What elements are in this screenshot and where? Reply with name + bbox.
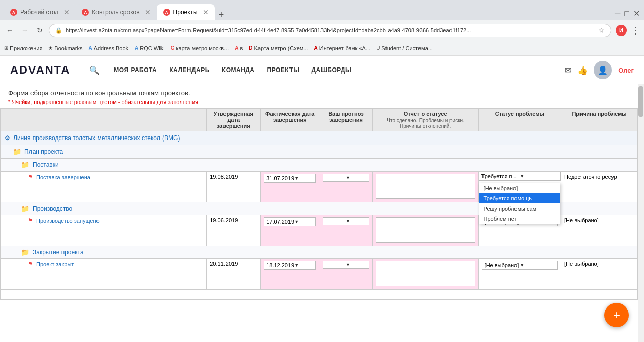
nav-my-work[interactable]: МОЯ РАБОТА <box>114 64 157 76</box>
production-forecast-date-input[interactable]: ▼ <box>323 217 369 225</box>
dropdown-option-no-problem[interactable]: Проблем нет <box>479 214 560 224</box>
bookmark-metro2-label: Карта метро (Схем... <box>254 45 308 51</box>
search-button[interactable]: 🔍 <box>85 63 104 77</box>
deliveries-group-cell: 📁 Поставки <box>1 159 638 172</box>
closing-group-title[interactable]: 📁 Закрытие проекта <box>5 248 633 256</box>
delivery-approved-date: 19.08.2019 <box>210 174 238 180</box>
deliveries-group-title[interactable]: 📁 Поставки <box>5 161 633 169</box>
tab-label-3: Проекты <box>173 9 198 16</box>
forward-button[interactable]: → <box>19 25 30 36</box>
bookmark-rqc[interactable]: A RQC Wiki <box>135 45 165 51</box>
production-item-title[interactable]: ⚑ Производство запущено <box>4 217 203 224</box>
fab-button[interactable]: + <box>604 303 629 327</box>
closing-report-cell <box>372 259 478 290</box>
like-icon[interactable]: 👍 <box>577 65 588 75</box>
new-tab-button[interactable]: + <box>215 10 229 20</box>
delivery-status-select[interactable]: Требуется помощь ▼ <box>479 172 561 181</box>
nav-calendar[interactable]: КАЛЕНДАРЬ <box>169 64 210 76</box>
tab-projects[interactable]: A Проекты ✕ <box>157 4 215 20</box>
address-book-icon: A <box>88 45 92 51</box>
project-title[interactable]: ⚙ Линия производства толстых металлическ… <box>5 134 633 142</box>
bookmark-student-label: Student / Система... <box>381 45 433 51</box>
bookmark-icon[interactable]: ☆ <box>598 26 605 35</box>
nav-dashboards[interactable]: ДАШБОРДЫ <box>312 64 352 76</box>
nav-projects[interactable]: ПРОЕКТЫ <box>267 64 300 76</box>
tab-label-2: Контроль сроков <box>92 9 139 16</box>
delivery-status-wrapper: Требуется помощь ▼ [Не выбрано] Требуетс… <box>479 172 561 181</box>
bookmark-address-book[interactable]: A Address Book <box>88 45 128 51</box>
mail-icon[interactable]: ✉ <box>565 65 571 75</box>
lock-icon: 🔒 <box>55 27 62 34</box>
closing-item-name: Проект закрыт <box>36 261 74 267</box>
reload-button[interactable]: ↻ <box>35 25 45 36</box>
production-forecast-date-cell: ▼ <box>319 215 372 246</box>
tab-control[interactable]: A Контроль сроков ✕ <box>76 4 156 20</box>
delivery-forecast-date-input[interactable]: ▼ <box>323 174 369 182</box>
dropdown-option-none[interactable]: [Не выбрано] <box>479 183 560 193</box>
bookmark-b[interactable]: A в <box>235 45 243 51</box>
tab-desktop[interactable]: A Рабочий стол ✕ <box>4 4 76 20</box>
production-report-textarea[interactable] <box>376 217 475 243</box>
flag-red-icon-3: ⚑ <box>28 261 33 267</box>
back-button[interactable]: ← <box>4 25 15 36</box>
col-approved-header: Утвержденная дата завершения <box>207 109 261 131</box>
avatar[interactable]: 👤 <box>594 61 612 79</box>
header-right: ✉ 👍 👤 Олег <box>565 61 634 79</box>
tab-label-1: Рабочий стол <box>20 9 58 16</box>
bookmark-metro2[interactable]: D Карта метро (Схем... <box>249 45 308 51</box>
bookmark-bank[interactable]: A Интернет-банк «А... <box>314 45 370 51</box>
tab-close-3[interactable]: ✕ <box>203 9 209 16</box>
bookmark-apps[interactable]: ⊞ Приложения <box>4 45 42 51</box>
project-row: ⚙ Линия производства толстых металлическ… <box>1 131 638 145</box>
col-status-header: Статус проблемы <box>478 109 561 131</box>
delivery-approved-date-cell: 19.08.2019 <box>207 172 261 202</box>
delivery-status-value: Требуется помощь <box>481 173 520 179</box>
closing-actual-date-input[interactable]: 18.12.2019 ▼ <box>264 261 316 270</box>
flag-red-icon-2: ⚑ <box>28 217 33 224</box>
closing-forecast-date-cell: ▼ <box>319 259 372 290</box>
delivery-actual-date-input[interactable]: 31.07.2019 ▼ <box>264 174 316 183</box>
minimize-button[interactable]: ─ <box>615 9 620 18</box>
closing-group-cell: 📁 Закрытие проекта <box>1 246 638 259</box>
col-main-header <box>1 109 207 131</box>
user-name[interactable]: Олег <box>618 66 634 74</box>
production-group-name: Производство <box>33 205 72 212</box>
bookmark-bookmarks-label: Bookmarks <box>54 45 82 51</box>
browser-menu-button[interactable]: ⋮ <box>631 25 640 36</box>
form-subtitle: * Ячейки, подкрашенные розовым цветом - … <box>8 99 630 105</box>
tab-close-1[interactable]: ✕ <box>63 9 70 16</box>
col-actual-header: Фактическая дата завершения <box>261 109 319 131</box>
project-name: Линия производства толстых металлических… <box>13 134 180 142</box>
closing-forecast-date-input[interactable]: ▼ <box>323 261 369 269</box>
delivery-report-textarea[interactable] <box>376 174 475 199</box>
nav-team[interactable]: КОМАНДА <box>222 64 255 76</box>
tab-close-2[interactable]: ✕ <box>145 9 151 16</box>
bookmark-student[interactable]: U Student / Система... <box>376 45 433 51</box>
url-bar[interactable]: 🔒 https://invest.a2nta.ru/cmn.aspx?pageN… <box>49 24 611 37</box>
form-header: Форма сбора отчетности по контрольным то… <box>0 84 638 108</box>
dropdown-option-help[interactable]: Требуется помощь <box>479 193 560 203</box>
flag-red-icon-1: ⚑ <box>28 174 33 180</box>
closing-item-title[interactable]: ⚑ Проект закрыт <box>4 261 203 267</box>
dropdown-option-self[interactable]: Решу проблемы сам <box>479 203 560 214</box>
closing-actual-date-arrow: ▼ <box>294 263 313 268</box>
delivery-forecast-date-cell: ▼ <box>319 172 372 202</box>
closing-status-arrow: ▼ <box>520 263 555 268</box>
production-actual-date-input[interactable]: 17.07.2019 ▼ <box>264 217 316 226</box>
browser-profile[interactable]: И <box>616 25 627 36</box>
metro2-icon: D <box>249 45 252 51</box>
delivery-item-title[interactable]: ⚑ Поставка завершена <box>4 174 203 180</box>
bookmark-bookmarks[interactable]: ★ Bookmarks <box>48 45 82 51</box>
closing-status-select[interactable]: [Не выбрано] ▼ <box>482 261 558 270</box>
production-reason-cell: [Не выбрано] <box>561 215 638 246</box>
plan-group-title[interactable]: 📁 План проекта <box>5 148 633 156</box>
vertical-scrollbar[interactable] <box>638 84 644 342</box>
address-bar: ← → ↻ 🔒 https://invest.a2nta.ru/cmn.aspx… <box>0 20 644 41</box>
folder-red-icon-2: 📁 <box>21 204 29 213</box>
plan-group-cell: 📁 План проекта <box>1 145 638 159</box>
closing-report-textarea[interactable] <box>376 261 475 286</box>
close-window-button[interactable]: ✕ <box>633 9 640 18</box>
maximize-button[interactable]: □ <box>624 9 629 18</box>
bookmark-bank-label: Интернет-банк «А... <box>319 45 370 51</box>
bookmark-metro[interactable]: G карта метро москв... <box>171 45 229 51</box>
